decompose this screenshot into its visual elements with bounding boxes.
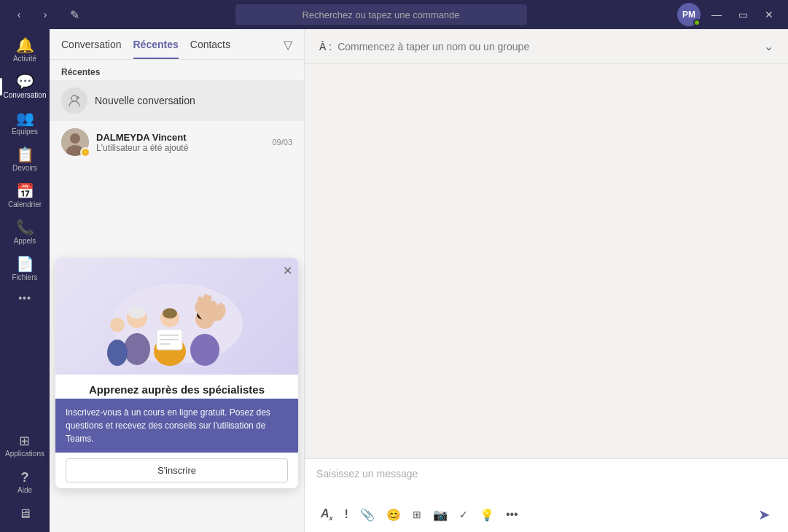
sidebar-bottom: ⊞ Applications ? Aide 🖥 [5, 429, 44, 532]
new-conversation-label: Nouvelle conversation [95, 95, 195, 106]
aide-icon: ? [20, 471, 28, 484]
sidebar-label-appels: Appels [14, 237, 36, 245]
applications-icon: ⊞ [19, 434, 30, 447]
equipes-icon: 👥 [16, 111, 34, 125]
popup-cta-button[interactable]: S'inscrire [66, 458, 288, 482]
popup-title: Apprenez auprès des spécialistes [55, 375, 298, 399]
maximize-button[interactable]: ▭ [733, 4, 753, 25]
activite-icon: 🔔 [16, 38, 34, 52]
calendrier-icon: 📅 [16, 184, 34, 198]
device-icon: 🖥 [18, 507, 31, 520]
sidebar-item-applications[interactable]: ⊞ Applications [5, 429, 44, 463]
sidebar-item-more[interactable]: ••• [0, 287, 50, 309]
praise-button[interactable]: 💡 [475, 505, 499, 525]
search-input[interactable] [235, 4, 527, 25]
sidebar-label-devoirs: Devoirs [12, 164, 37, 172]
popup-close-button[interactable]: ✕ [283, 264, 292, 278]
attach-button[interactable]: 📎 [356, 505, 379, 525]
sidebar: 🔔 Activité 💬 Conversation 👥 Équipes 📋 De… [0, 29, 50, 532]
sticker-button[interactable]: ⊞ [408, 506, 426, 523]
svg-point-4 [70, 133, 80, 144]
conversation-panel: Conversation Récentes Contacts ▽ Récente… [50, 29, 305, 532]
emoji-button[interactable]: 😊 [382, 505, 405, 525]
tab-recentes[interactable]: Récentes [133, 39, 179, 59]
schedule-button[interactable]: ✓ [455, 506, 472, 523]
svg-point-17 [110, 318, 125, 332]
message-toolbar: Ax ! 📎 😊 ⊞ 📷 ✓ 💡 ••• ➤ [316, 497, 776, 532]
popup-illustration [55, 258, 298, 375]
sidebar-item-equipes[interactable]: 👥 Équipes [0, 105, 50, 141]
svg-point-13 [190, 334, 219, 366]
contact-status-icon: ⚡ [80, 147, 90, 157]
contact-name: DALMEYDA Vincent [96, 132, 265, 143]
sidebar-label-conversation: Conversation [4, 91, 47, 99]
conversation-icon: 💬 [16, 74, 34, 89]
contact-item-dalmeyda[interactable]: ⚡ DALMEYDA Vincent L'utilisateur a été a… [50, 121, 304, 163]
contact-time: 09/03 [272, 138, 292, 146]
forward-button[interactable]: › [35, 4, 55, 25]
sidebar-item-calendrier[interactable]: 📅 Calendrier [0, 178, 50, 214]
online-status-dot [693, 19, 701, 26]
contact-avatar-wrap: ⚡ [61, 128, 89, 156]
sidebar-label-activite: Activité [13, 55, 36, 63]
compose-button[interactable]: ✎ [64, 4, 85, 25]
content-pane: À : ⌄ Ax ! 📎 😊 ⊞ 📷 ✓ 💡 ••• ➤ [305, 29, 788, 532]
section-label-recentes: Récentes [50, 60, 304, 80]
sidebar-label-applications: Applications [5, 450, 44, 458]
tab-conversation[interactable]: Conversation [61, 39, 122, 59]
sidebar-item-conversation[interactable]: 💬 Conversation [0, 69, 50, 105]
tab-contacts[interactable]: Contacts [190, 39, 230, 59]
sidebar-item-activite[interactable]: 🔔 Activité [0, 32, 50, 69]
message-area [305, 64, 788, 458]
svg-point-16 [107, 340, 128, 366]
chevron-down-icon[interactable]: ⌄ [764, 39, 773, 53]
devoirs-icon: 📋 [16, 147, 34, 162]
popup-description: Inscrivez-vous à un cours en ligne gratu… [55, 399, 298, 453]
more-options-button[interactable]: ••• [502, 505, 523, 524]
sidebar-label-calendrier: Calendrier [8, 200, 42, 208]
new-conversation-icon [61, 87, 87, 114]
sidebar-item-device[interactable]: 🖥 [5, 501, 44, 526]
to-input[interactable] [338, 41, 764, 52]
format-text-button[interactable]: Ax [316, 504, 338, 525]
fichiers-icon: 📄 [16, 257, 34, 271]
panel-tabs: Conversation Récentes Contacts ▽ [50, 29, 304, 60]
sidebar-item-fichiers[interactable]: 📄 Fichiers [0, 251, 50, 287]
importance-button[interactable]: ! [340, 505, 353, 524]
sidebar-item-appels[interactable]: 📞 Appels [0, 214, 50, 251]
new-conversation-item[interactable]: Nouvelle conversation [50, 80, 304, 121]
contact-message: L'utilisateur a été ajouté [96, 143, 265, 153]
sidebar-label-aide: Aide [17, 486, 32, 494]
title-bar-left: ‹ › ✎ [9, 4, 85, 25]
main-area: 🔔 Activité 💬 Conversation 👥 Équipes 📋 De… [0, 29, 788, 532]
contact-info: DALMEYDA Vincent L'utilisateur a été ajo… [96, 132, 265, 153]
sidebar-label-equipes: Équipes [12, 128, 38, 136]
nav-buttons: ‹ › [9, 4, 55, 25]
to-label: À : [319, 41, 332, 52]
sidebar-item-devoirs[interactable]: 📋 Devoirs [0, 141, 50, 178]
svg-point-9 [128, 307, 146, 318]
minimize-button[interactable]: — [706, 4, 727, 25]
send-button[interactable]: ➤ [752, 503, 776, 526]
meeting-button[interactable]: 📷 [429, 505, 452, 525]
svg-point-0 [71, 95, 77, 101]
sidebar-item-aide[interactable]: ? Aide [5, 465, 44, 500]
message-box: Ax ! 📎 😊 ⊞ 📷 ✓ 💡 ••• ➤ [305, 458, 788, 532]
sidebar-label-fichiers: Fichiers [12, 273, 37, 281]
message-input[interactable] [316, 468, 776, 494]
svg-point-12 [163, 308, 177, 318]
title-bar-right: PM — ▭ ✕ [677, 3, 779, 26]
avatar-button[interactable]: PM [677, 3, 701, 26]
avatar-initials: PM [682, 9, 695, 20]
back-button[interactable]: ‹ [9, 4, 29, 25]
close-button[interactable]: ✕ [759, 4, 779, 25]
more-icon: ••• [18, 293, 31, 303]
popup-card: ✕ [55, 258, 298, 488]
appels-icon: 📞 [16, 220, 34, 235]
svg-point-7 [124, 333, 150, 365]
to-bar: À : ⌄ [305, 29, 788, 64]
title-bar: ‹ › ✎ PM — ▭ ✕ [0, 0, 788, 29]
filter-button[interactable]: ▽ [284, 38, 292, 59]
